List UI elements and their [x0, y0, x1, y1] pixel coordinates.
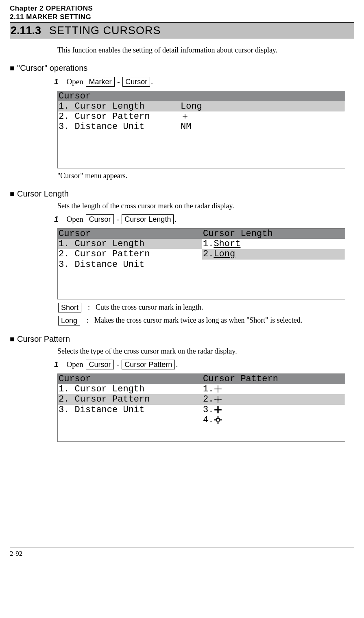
menu-left-cursor-pattern[interactable]: 2. Cursor Pattern — [58, 249, 202, 259]
svg-rect-6 — [218, 399, 219, 400]
menu-left-distance-unit[interactable]: 3. Distance Unit — [58, 405, 202, 415]
menu-right-title: Cursor Pattern — [202, 374, 345, 384]
cursor-length-button[interactable]: Cursor Length — [122, 214, 174, 224]
plus-center-square-icon — [214, 415, 222, 424]
menu-row-cursor-pattern[interactable]: 2. Cursor Pattern — [58, 111, 181, 122]
period: . — [174, 215, 177, 223]
step-number: 1 — [54, 77, 59, 86]
menu-right-pattern-3[interactable]: 3. — [202, 405, 345, 415]
subheading-cursor-length: ■Cursor Length — [10, 189, 345, 199]
page-number: 2-92 — [10, 550, 354, 558]
colon: : — [87, 316, 89, 325]
plus-bold-icon — [214, 405, 222, 414]
cursor-button[interactable]: Cursor — [86, 360, 113, 369]
subheading-cursor-pattern: ■Cursor Pattern — [10, 334, 345, 344]
dash-separator: - — [116, 215, 121, 223]
menu-left-cursor-length[interactable]: 1. Cursor Length — [58, 239, 202, 249]
menu-left-title: Cursor — [58, 229, 202, 239]
menu-row-distance-unit[interactable]: 3. Distance Unit — [58, 122, 181, 132]
cursor-menu-title: Cursor — [58, 91, 91, 101]
square-bullet-icon: ■ — [10, 334, 15, 343]
menu-right-short[interactable]: 1.Short — [202, 239, 345, 249]
menu-right-title: Cursor Length — [202, 229, 345, 239]
step-number: 1 — [54, 360, 59, 369]
dash-separator: - — [116, 360, 121, 369]
section-title-bar: 2.11.3 SETTING CURSORS — [10, 23, 354, 39]
step-open-cursor-pattern: 1 Open Cursor - Cursor Pattern. — [54, 360, 345, 369]
plus-center-dot-icon — [214, 395, 222, 404]
menu-value-plus: ＋ — [181, 111, 345, 122]
option-long-row: Long : Makes the cross cursor mark twice… — [57, 316, 345, 325]
long-option-desc: Makes the cross cursor mark twice as lon… — [94, 316, 302, 325]
cursor-pattern-menu-box: Cursor Cursor Pattern 1. Cursor Length 1… — [57, 373, 345, 442]
step-open-word: Open — [67, 215, 83, 223]
cursor-length-desc: Sets the length of the cross cursor mark… — [57, 202, 345, 210]
period: . — [151, 77, 153, 86]
menu-row-cursor-length[interactable]: 1. Cursor Length — [58, 101, 181, 111]
cursor-pattern-button[interactable]: Cursor Pattern — [122, 360, 175, 369]
short-option-desc: Cuts the cross cursor mark in length. — [96, 303, 203, 312]
square-bullet-icon: ■ — [10, 63, 15, 72]
section-label: SETTING CURSORS — [49, 24, 161, 37]
option-short-row: Short : Cuts the cross cursor mark in le… — [57, 303, 345, 312]
short-option-button[interactable]: Short — [58, 303, 81, 312]
menu-right-long[interactable]: 2.Long — [202, 249, 345, 259]
menu-value-nm: NM — [181, 122, 345, 132]
cursor-pattern-desc: Selects the type of the cross cursor mar… — [57, 347, 345, 356]
menu-left-distance-unit[interactable]: 3. Distance Unit — [58, 260, 202, 270]
cursor-button[interactable]: Cursor — [86, 214, 113, 224]
plus-thin-icon — [214, 384, 222, 393]
chapter-header: Chapter 2 OPERATIONS — [10, 4, 354, 13]
cursor-length-menu-box: Cursor Cursor Length 1. Cursor Length 1.… — [57, 228, 345, 299]
cursor-menu-appears: "Cursor" menu appears. — [57, 172, 345, 180]
section-number: 2.11.3 — [11, 24, 41, 37]
step-number: 1 — [54, 215, 59, 224]
intro-text: This function enables the setting of det… — [57, 46, 345, 55]
menu-right-pattern-1[interactable]: 1. — [202, 384, 345, 394]
footer-rule — [10, 548, 354, 548]
step-open-word: Open — [67, 77, 83, 86]
period: . — [176, 360, 178, 369]
section-header: 2.11 MARKER SETTING — [10, 13, 354, 21]
menu-right-pattern-2[interactable]: 2. — [202, 394, 345, 404]
long-option-button[interactable]: Long — [58, 316, 80, 325]
square-bullet-icon: ■ — [10, 189, 15, 198]
subheading-cursor-operations: ■"Cursor" operations — [10, 63, 345, 73]
svg-rect-13 — [217, 419, 220, 421]
cursor-menu-box: Cursor 1. Cursor Length Long 2. Cursor P… — [57, 91, 345, 168]
step-open-word: Open — [67, 360, 83, 369]
menu-left-cursor-pattern[interactable]: 2. Cursor Pattern — [58, 394, 202, 404]
menu-left-title: Cursor — [58, 374, 202, 384]
step-open-cursor-length: 1 Open Cursor - Cursor Length. — [54, 214, 345, 224]
step-open-marker-cursor: 1 Open Marker - Cursor. — [54, 77, 345, 87]
menu-left-cursor-length[interactable]: 1. Cursor Length — [58, 384, 202, 394]
menu-right-pattern-4[interactable]: 4. — [202, 415, 345, 425]
marker-button[interactable]: Marker — [86, 77, 114, 87]
colon: : — [88, 303, 90, 312]
menu-value-long: Long — [181, 101, 345, 111]
dash-separator: - — [117, 77, 122, 86]
cursor-button[interactable]: Cursor — [122, 77, 150, 87]
